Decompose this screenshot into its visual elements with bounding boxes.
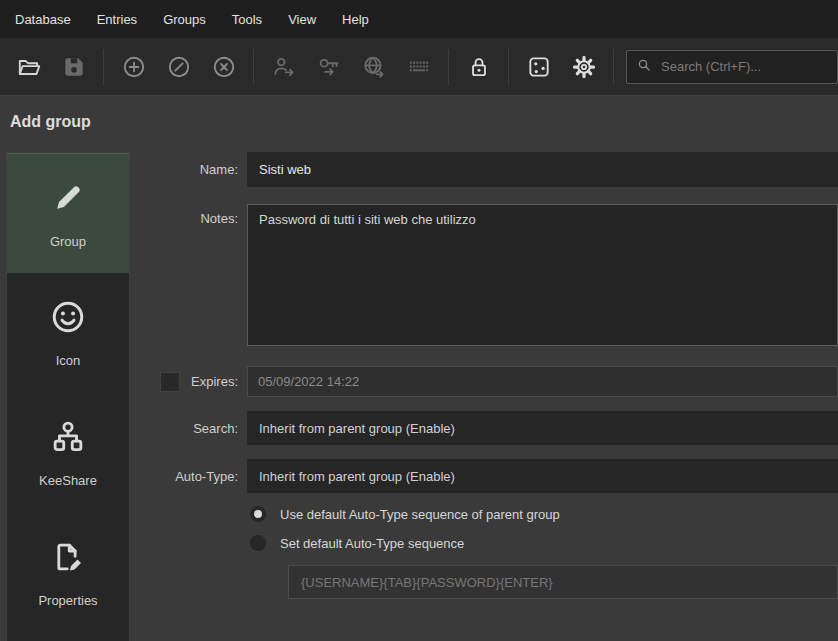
copy-username-icon [271,54,297,80]
copy-username-button[interactable] [263,46,304,87]
edit-group-panel: Add group Group Icon KeeSha [0,95,838,641]
edit-entry-button[interactable] [158,46,199,87]
toolbar-separator [508,49,509,85]
autotype-options: Use default Auto-Type sequence of parent… [247,506,838,599]
perform-autotype-icon [406,54,432,80]
sidebar-item-label: Icon [56,353,81,368]
smiley-icon [49,298,87,339]
open-database-icon [16,54,42,80]
category-sidebar: Group Icon KeeShare [6,152,130,641]
menu-tools[interactable]: Tools [219,8,275,31]
menu-entries[interactable]: Entries [84,8,150,31]
password-generator-icon [526,54,552,80]
menu-view[interactable]: View [275,8,329,31]
share-tree-icon [49,418,87,459]
name-input[interactable] [247,152,838,187]
menu-groups[interactable]: Groups [150,8,219,31]
toolbar-separator [613,49,614,85]
notes-label: Notes: [130,204,247,226]
autotype-setting-label: Auto-Type: [130,469,247,484]
lock-database-button[interactable] [458,46,499,87]
use-default-sequence-radio[interactable] [250,506,266,522]
search-box [626,50,838,84]
notes-textarea[interactable]: Password di tutti i siti web che utilizz… [247,204,838,346]
toolbar-separator [253,49,254,85]
set-default-sequence-radio[interactable] [250,535,266,551]
sidebar-item-label: Properties [38,593,97,608]
sidebar-item-group[interactable]: Group [7,153,129,273]
edit-entry-icon [166,54,192,80]
menu-database[interactable]: Database [2,8,84,31]
sidebar-item-properties[interactable]: Properties [7,513,129,633]
document-edit-icon [49,538,87,579]
perform-autotype-button[interactable] [398,46,439,87]
save-database-icon [61,54,87,80]
delete-entry-button[interactable] [203,46,244,87]
sidebar-item-icon[interactable]: Icon [7,273,129,393]
new-entry-button[interactable] [113,46,154,87]
toolbar-separator [103,49,104,85]
search-setting-combobox[interactable]: Inherit from parent group (Enable) [247,411,838,445]
open-database-button[interactable] [8,46,49,87]
settings-button[interactable] [563,46,604,87]
autotype-setting-combobox[interactable]: Inherit from parent group (Enable) [247,459,838,493]
expires-datetime-input [247,366,838,397]
autotype-sequence-input [288,565,838,599]
lock-database-icon [466,54,492,80]
menubar: Database Entries Groups Tools View Help [0,0,838,38]
group-form: Name: Notes: Password di tutti i siti we… [130,152,838,599]
sidebar-item-label: Group [50,234,86,249]
open-url-button[interactable] [353,46,394,87]
new-entry-icon [121,54,147,80]
copy-password-icon [316,54,342,80]
use-default-sequence-label: Use default Auto-Type sequence of parent… [280,507,560,522]
toolbar [0,38,838,95]
sidebar-item-keeshare[interactable]: KeeShare [7,393,129,513]
expires-checkbox[interactable] [160,372,180,392]
toolbar-separator [448,49,449,85]
pencil-icon [49,179,87,220]
open-url-icon [361,54,387,80]
settings-icon [571,54,597,80]
save-database-button[interactable] [53,46,94,87]
name-label: Name: [130,162,247,177]
password-generator-button[interactable] [518,46,559,87]
search-setting-label: Search: [130,421,247,436]
delete-entry-icon [211,54,237,80]
copy-password-button[interactable] [308,46,349,87]
set-default-sequence-label: Set default Auto-Type sequence [280,536,464,551]
expires-label: Expires: [191,374,238,389]
page-title: Add group [10,113,91,131]
search-input[interactable] [661,59,828,74]
search-icon [636,57,652,77]
sidebar-item-label: KeeShare [39,473,97,488]
menu-help[interactable]: Help [329,8,382,31]
